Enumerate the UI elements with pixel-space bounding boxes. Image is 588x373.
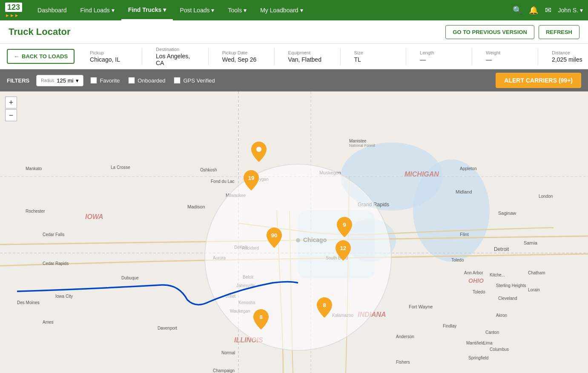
field-value: TL — [354, 56, 392, 63]
logo-text: 123 — [5, 3, 22, 12]
mail-icon[interactable]: ✉ — [545, 6, 551, 15]
svg-text:Canton: Canton — [485, 330, 499, 335]
field-value: Wed, Sep 26 — [222, 56, 261, 63]
filters-label: FILTERS — [7, 77, 29, 84]
title-bar: Truck Locator GO TO PREVIOUS VERSION REF… — [0, 20, 588, 44]
pin-svg-pin7: 8 — [253, 309, 269, 330]
field-value: — — [420, 56, 458, 63]
field-separator-3 — [274, 48, 275, 65]
map-pin-pin3[interactable]: 90 — [267, 228, 282, 249]
svg-text:Mankato: Mankato — [26, 166, 42, 171]
svg-text:Cedar Falls: Cedar Falls — [43, 232, 64, 237]
svg-text:Fort Wayne: Fort Wayne — [409, 304, 433, 309]
svg-text:Detroit: Detroit — [494, 246, 509, 252]
field-separator-1 — [142, 48, 142, 65]
svg-text:Beloit: Beloit — [243, 275, 253, 279]
svg-text:Chatham: Chatham — [528, 270, 545, 275]
field-label: Pickup — [90, 50, 128, 55]
nav-item-find-loads[interactable]: Find Loads▾ — [74, 0, 121, 20]
refresh-button[interactable]: REFRESH — [539, 25, 579, 39]
pin-svg-pin1 — [251, 142, 267, 162]
nav-item-tools[interactable]: Tools▾ — [221, 0, 253, 20]
nav-chevron-find-loads: ▾ — [112, 7, 115, 14]
pin-count-pin6: 8 — [323, 302, 326, 308]
field-label: Distance — [552, 50, 588, 55]
radius-select[interactable]: Radius 125 mi ▾ — [36, 75, 83, 86]
checkbox-favorite[interactable] — [90, 77, 97, 84]
nav-item-dashboard[interactable]: Dashboard — [31, 0, 74, 20]
load-fields: Pickup Chicago, ILDestination Los Angele… — [90, 47, 588, 66]
svg-text:Kalamazoo: Kalamazoo — [332, 313, 353, 318]
svg-text:Joliet: Joliet — [226, 294, 236, 299]
pin-svg-pin2: 19 — [244, 170, 259, 191]
logo[interactable]: 123 ►►► — [5, 3, 22, 18]
back-to-loads-button[interactable]: ← BACK TO LOADS — [7, 49, 75, 64]
pin-svg-pin4: 9 — [337, 217, 352, 237]
logo-arrows: ►►► — [5, 13, 22, 18]
nav-item-post-loads[interactable]: Post Loads▾ — [173, 0, 221, 20]
back-label: BACK TO LOADS — [22, 53, 68, 60]
svg-text:Davenport: Davenport — [158, 326, 177, 330]
field-value: Chicago, IL — [90, 56, 128, 63]
checkbox-onboarded[interactable] — [128, 77, 135, 84]
nav-right: 🔍 🔔 ✉ John S. ▾ — [513, 6, 583, 15]
svg-text:Saginaw: Saginaw — [498, 211, 516, 216]
map-pin-pin1[interactable] — [251, 142, 267, 163]
svg-text:Sarnia: Sarnia — [524, 240, 538, 245]
map-pin-pin5[interactable]: 12 — [336, 240, 351, 262]
svg-text:Findlay: Findlay — [443, 324, 456, 328]
nav-chevron-post-loads: ▾ — [211, 7, 214, 14]
filter-onboarded[interactable]: Onboarded — [128, 77, 165, 84]
user-menu[interactable]: John S. ▾ — [558, 7, 583, 14]
nav-item-find-trucks[interactable]: Find Trucks▾ — [121, 0, 173, 20]
svg-point-14 — [296, 238, 300, 242]
checkbox-gps verified[interactable] — [174, 77, 181, 84]
map-pin-pin2[interactable]: 19 — [244, 170, 259, 192]
pin-count-pin2: 19 — [248, 175, 254, 181]
filter-gps verified[interactable]: GPS Verified — [174, 77, 215, 84]
svg-text:Toledo: Toledo — [451, 258, 464, 262]
nav-item-my-loadboard[interactable]: My Loadboard▾ — [253, 0, 310, 20]
previous-version-button[interactable]: GO TO PREVIOUS VERSION — [445, 25, 534, 39]
search-truck-icon[interactable]: 🔍 — [513, 6, 522, 15]
pin-count-pin4: 9 — [343, 222, 346, 228]
map-pin-pin7[interactable]: 8 — [253, 309, 269, 331]
svg-text:Midland: Midland — [456, 189, 472, 194]
radius-value: 125 mi — [57, 77, 73, 84]
checkbox-label-gps verified: GPS Verified — [183, 77, 215, 84]
svg-text:Sterling Heights: Sterling Heights — [496, 283, 526, 288]
svg-text:INDIANA: INDIANA — [358, 311, 386, 318]
map-pin-pin4[interactable]: 9 — [337, 217, 352, 239]
map-area: IOWA ILLINOIS INDIANA MICHIGAN OHIO Chic… — [0, 91, 588, 373]
svg-text:Cedar Rapids: Cedar Rapids — [43, 261, 69, 266]
nav-chevron-my-loadboard: ▾ — [300, 7, 303, 14]
svg-text:Ann Arbor: Ann Arbor — [464, 270, 483, 275]
zoom-out-button[interactable]: − — [5, 109, 17, 121]
field-value: Los Angeles, CA — [156, 53, 195, 66]
field-label: Size — [354, 50, 392, 55]
load-field-size: Size TL — [354, 50, 392, 63]
svg-text:Iowa City: Iowa City — [55, 294, 73, 299]
map-pin-pin6[interactable]: 8 — [317, 297, 332, 319]
svg-text:Oshkosh: Oshkosh — [200, 168, 217, 172]
alert-carriers-button[interactable]: ALERT CARRIERS (99+) — [496, 73, 581, 88]
svg-text:Fishers: Fishers — [396, 360, 410, 364]
field-separator-6 — [472, 48, 472, 65]
svg-text:London: London — [539, 194, 553, 199]
svg-text:Grand Rapids: Grand Rapids — [358, 202, 389, 208]
filters-bar: FILTERS Radius 125 mi ▾ FavoriteOnboarde… — [0, 69, 588, 91]
load-field-distance: Distance 2,025 miles — [552, 50, 588, 63]
nav-items: DashboardFind Loads▾Find Trucks▾Post Loa… — [31, 0, 512, 20]
filter-favorite[interactable]: Favorite — [90, 77, 120, 84]
zoom-in-button[interactable]: + — [5, 97, 17, 108]
svg-text:Kenosha: Kenosha — [238, 300, 255, 305]
bell-icon[interactable]: 🔔 — [529, 6, 538, 15]
load-field-equipment: Equipment Van, Flatbed — [288, 50, 327, 63]
svg-text:Lima: Lima — [483, 341, 493, 345]
svg-text:Lorain: Lorain — [528, 288, 540, 292]
svg-text:Aurora: Aurora — [213, 256, 226, 260]
svg-text:Rockford: Rockford — [242, 246, 259, 251]
pin-svg-pin6: 8 — [317, 297, 332, 318]
user-chevron: ▾ — [580, 7, 583, 14]
svg-text:Anderson: Anderson — [396, 334, 414, 339]
